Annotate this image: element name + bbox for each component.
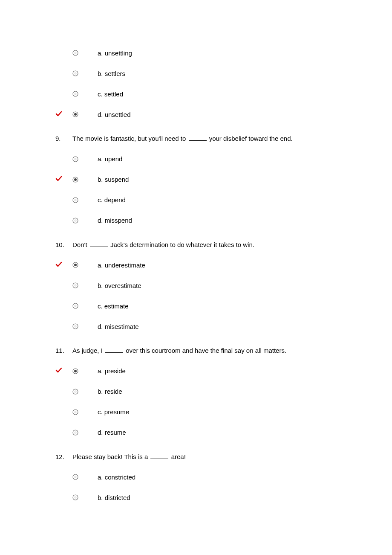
option-label: d. misestimate: [88, 323, 139, 330]
svg-point-19: [75, 285, 76, 286]
radio-button[interactable]: [72, 280, 88, 291]
question-block: a. unsettlingb. settlersc. settledd. uns…: [55, 43, 337, 125]
option-row: c. settled: [55, 84, 337, 104]
question-text-after: area!: [169, 453, 185, 460]
radio-button[interactable]: [72, 492, 88, 503]
option-label: a. underestimate: [88, 262, 145, 269]
radio-button[interactable]: [72, 386, 88, 397]
option-label: d. misspend: [88, 217, 132, 224]
svg-point-35: [75, 497, 76, 498]
quiz-page: a. unsettlingb. settlersc. settledd. uns…: [0, 0, 392, 555]
correct-mark-column: [55, 110, 72, 119]
option-row: a. unsettling: [55, 43, 337, 63]
question-text-after: Jack's determination to do whatever it t…: [109, 241, 254, 248]
radio-button[interactable]: [72, 215, 88, 226]
svg-point-3: [75, 73, 76, 74]
question-number: 10.: [55, 241, 72, 248]
option-label: c. presume: [88, 408, 129, 416]
svg-point-23: [75, 325, 76, 327]
question-text-before: Please stay back! This is a: [72, 453, 150, 460]
radio-button[interactable]: [72, 109, 88, 120]
question-text: The movie is fantastic, but you'll need …: [72, 134, 337, 144]
svg-point-21: [75, 305, 76, 307]
radio-button[interactable]: [72, 300, 88, 311]
question-prompt-row: 11.As judge, I over this courtroom and h…: [55, 346, 337, 356]
option-row: c. depend: [55, 190, 337, 210]
radio-button[interactable]: [72, 47, 88, 58]
option-row: b. overestimate: [55, 275, 337, 296]
option-row: d. misspend: [55, 210, 337, 231]
svg-point-5: [75, 93, 76, 95]
svg-point-11: [74, 178, 77, 181]
radio-button[interactable]: [72, 195, 88, 206]
radio-button[interactable]: [72, 471, 88, 482]
option-label: b. districted: [88, 494, 130, 501]
radio-button[interactable]: [72, 366, 88, 377]
question-text-before: Don't: [72, 241, 89, 248]
option-label: a. preside: [88, 367, 126, 375]
check-icon: [55, 175, 62, 183]
question-block: 10.Don't Jack's determination to do what…: [55, 240, 337, 337]
option-label: a. constricted: [88, 474, 135, 481]
blank-underline: [90, 247, 108, 247]
svg-point-13: [75, 199, 76, 200]
question-text-before: The movie is fantastic, but you'll need …: [72, 135, 188, 142]
svg-point-29: [75, 411, 76, 413]
question-prompt-row: 10.Don't Jack's determination to do what…: [55, 240, 337, 250]
option-row: b. suspend: [55, 169, 337, 190]
question-text: Please stay back! This is a area!: [72, 452, 337, 462]
radio-button[interactable]: [72, 88, 88, 99]
option-label: b. overestimate: [88, 282, 141, 289]
option-row: b. settlers: [55, 63, 337, 84]
radio-button[interactable]: [72, 174, 88, 185]
question-text-before: As judge, I: [72, 347, 104, 354]
svg-point-25: [74, 370, 77, 372]
radio-button[interactable]: [72, 407, 88, 418]
radio-button[interactable]: [72, 154, 88, 165]
option-row: b. districted: [55, 487, 337, 508]
svg-point-33: [75, 476, 76, 478]
option-row: a. underestimate: [55, 255, 337, 275]
option-row: d. misestimate: [55, 316, 337, 337]
radio-button[interactable]: [72, 321, 88, 332]
svg-point-17: [74, 264, 77, 266]
option-row: c. estimate: [55, 296, 337, 316]
svg-point-15: [75, 219, 76, 221]
svg-point-31: [75, 431, 76, 433]
check-icon: [55, 367, 62, 375]
question-text: Don't Jack's determination to do whateve…: [72, 240, 337, 250]
svg-point-7: [74, 113, 77, 116]
option-label: a. upend: [88, 155, 122, 163]
question-text-after: over this courtroom and have the final s…: [124, 347, 286, 354]
svg-point-27: [75, 390, 76, 392]
option-row: d. resume: [55, 422, 337, 443]
correct-mark-column: [55, 261, 72, 269]
svg-point-9: [75, 158, 76, 160]
option-row: a. upend: [55, 149, 337, 169]
question-number: 9.: [55, 135, 72, 142]
option-label: d. unsettled: [88, 111, 131, 118]
question-prompt-row: 12.Please stay back! This is a area!: [55, 452, 337, 462]
radio-button[interactable]: [72, 427, 88, 438]
correct-mark-column: [55, 175, 72, 183]
option-label: a. unsettling: [88, 49, 132, 57]
option-label: c. settled: [88, 90, 123, 98]
blank-underline: [189, 140, 207, 141]
correct-mark-column: [55, 367, 72, 375]
option-label: b. settlers: [88, 70, 125, 77]
radio-button[interactable]: [72, 68, 88, 79]
blank-underline: [105, 352, 123, 353]
option-label: d. resume: [88, 429, 126, 436]
question-number: 11.: [55, 347, 72, 354]
radio-button[interactable]: [72, 259, 88, 270]
option-label: c. depend: [88, 196, 126, 203]
option-row: d. unsettled: [55, 104, 337, 125]
option-label: c. estimate: [88, 302, 129, 310]
option-row: a. preside: [55, 361, 337, 381]
check-icon: [55, 261, 62, 269]
check-icon: [55, 110, 62, 119]
option-label: b. reside: [88, 388, 122, 395]
option-row: c. presume: [55, 402, 337, 422]
option-row: a. constricted: [55, 467, 337, 487]
option-row: b. reside: [55, 381, 337, 402]
